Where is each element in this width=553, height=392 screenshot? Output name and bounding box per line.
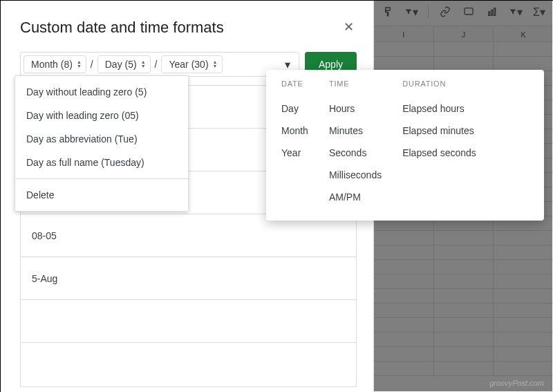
format-example-item[interactable]: 5-Aug: [21, 256, 356, 299]
type-item-ampm[interactable]: AM/PM: [329, 186, 382, 208]
type-item-month[interactable]: Month: [281, 120, 308, 142]
menu-divider: [15, 178, 188, 179]
type-item-day[interactable]: Day: [281, 97, 308, 120]
dialog-title: Custom date and time formats: [20, 19, 224, 37]
format-token-input[interactable]: Month (8) ▲▼ / Day (5) ▲▼ / Year (30) ▲▼…: [20, 52, 299, 77]
type-item-elapsed-minutes[interactable]: Elapsed minutes: [402, 120, 476, 142]
menu-item-day-leading-zero[interactable]: Day with leading zero (05): [15, 104, 188, 127]
sort-icon: ▲▼: [141, 60, 146, 68]
type-header-date: DATE: [281, 80, 308, 88]
type-item-seconds[interactable]: Seconds: [329, 142, 382, 164]
chevron-down-icon: ▾: [285, 58, 290, 71]
close-button[interactable]: ✕: [340, 19, 357, 35]
type-item-milliseconds[interactable]: Milliseconds: [329, 164, 382, 186]
menu-item-delete[interactable]: Delete: [15, 183, 188, 207]
format-example-item[interactable]: [21, 342, 356, 385]
type-item-elapsed-seconds[interactable]: Elapsed seconds: [402, 142, 476, 164]
type-item-year[interactable]: Year: [281, 142, 308, 164]
token-separator: /: [89, 59, 95, 70]
day-format-menu: Day without leading zero (5) Day with le…: [15, 75, 189, 212]
menu-item-day-abbrev[interactable]: Day as abbreviation (Tue): [15, 127, 188, 151]
field-type-picker: DATE Day Month Year TIME Hours Minutes S…: [266, 70, 544, 221]
token-label: Year (30): [169, 59, 208, 70]
type-item-hours[interactable]: Hours: [329, 97, 382, 120]
type-header-time: TIME: [329, 80, 382, 88]
type-item-elapsed-hours[interactable]: Elapsed hours: [402, 97, 476, 120]
token-label: Day (5): [105, 59, 137, 70]
watermark: groovyPost.com: [489, 379, 544, 387]
menu-item-day-no-zero[interactable]: Day without leading zero (5): [15, 80, 188, 104]
type-item-minutes[interactable]: Minutes: [329, 120, 382, 142]
token-year[interactable]: Year (30) ▲▼: [161, 55, 222, 73]
sort-icon: ▲▼: [77, 60, 82, 68]
token-separator: /: [153, 59, 159, 70]
type-header-duration: DURATION: [402, 80, 476, 88]
type-column-duration: DURATION Elapsed hours Elapsed minutes E…: [402, 80, 476, 208]
type-column-time: TIME Hours Minutes Seconds Milliseconds …: [329, 80, 382, 208]
close-icon: ✕: [344, 19, 354, 35]
sort-icon: ▲▼: [213, 60, 218, 68]
menu-item-day-full[interactable]: Day as full name (Tuesday): [15, 151, 188, 174]
token-day[interactable]: Day (5) ▲▼: [97, 55, 151, 73]
token-month[interactable]: Month (8) ▲▼: [24, 55, 86, 73]
token-label: Month (8): [31, 59, 73, 70]
format-example-item[interactable]: [21, 299, 356, 342]
type-column-date: DATE Day Month Year: [281, 80, 308, 208]
